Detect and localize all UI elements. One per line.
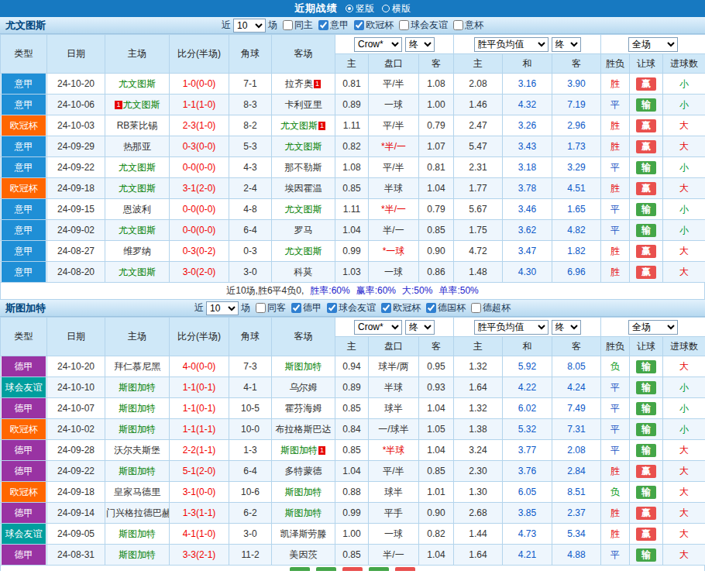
- fullmatch-select[interactable]: 全场: [628, 320, 678, 335]
- filter-option-球会友谊[interactable]: 球会友谊: [327, 301, 376, 315]
- team-name[interactable]: RB莱比锡: [117, 120, 158, 131]
- team-name[interactable]: 斯图加特: [285, 507, 322, 518]
- filter-option-同主[interactable]: 同主: [283, 19, 313, 32]
- team-name[interactable]: 热那亚: [123, 141, 151, 152]
- score-cell[interactable]: 5-1(2-0): [170, 461, 229, 482]
- team-name[interactable]: 尤文图斯: [285, 141, 322, 152]
- checkbox-球会友谊[interactable]: [399, 20, 409, 30]
- team-name[interactable]: 斯图加特: [119, 466, 156, 476]
- handicap-result-badge: 赢: [636, 140, 656, 153]
- checkbox-意杯[interactable]: [453, 20, 463, 30]
- score-cell[interactable]: 3-1(2-0): [170, 178, 229, 199]
- score-cell[interactable]: 3-1(0-0): [170, 482, 229, 503]
- score-cell[interactable]: 2-3(1-0): [170, 115, 229, 136]
- filter-option-德甲[interactable]: 德甲: [291, 301, 322, 315]
- team-name[interactable]: 乌尔姆: [290, 382, 318, 393]
- checkbox-意甲[interactable]: [318, 20, 328, 30]
- team-name[interactable]: 凯泽斯劳滕: [280, 528, 327, 539]
- team-name[interactable]: 沃尔夫斯堡: [114, 445, 160, 456]
- bookmaker-select[interactable]: Crow*: [354, 320, 402, 335]
- team-name[interactable]: 拉齐奥: [285, 78, 313, 89]
- checkbox-欧冠杯[interactable]: [381, 303, 391, 313]
- fullmatch-select[interactable]: 全场: [628, 37, 678, 52]
- team-name[interactable]: 尤文图斯: [285, 204, 322, 215]
- score-cell[interactable]: 1-3(1-1): [170, 503, 229, 524]
- team-name[interactable]: 卡利亚里: [285, 99, 322, 110]
- team-name[interactable]: 维罗纳: [123, 246, 151, 256]
- filter-option-德超杯[interactable]: 德超杯: [471, 301, 511, 315]
- final-odds-select[interactable]: 终: [405, 37, 435, 52]
- score-cell[interactable]: 3-3(2-1): [170, 545, 229, 566]
- score-cell[interactable]: 2-2(1-1): [170, 440, 229, 461]
- filter-option-欧冠杯[interactable]: 欧冠杯: [381, 301, 421, 315]
- team-name[interactable]: 拜仁慕尼黑: [114, 361, 160, 372]
- team-name[interactable]: 尤文图斯: [119, 225, 156, 236]
- near-count-select[interactable]: 10: [233, 19, 266, 33]
- score-cell[interactable]: 3-0(2-0): [170, 262, 229, 283]
- checkbox-德甲[interactable]: [291, 303, 301, 313]
- team-name[interactable]: 斯图加特: [280, 445, 318, 456]
- team-name[interactable]: 斯图加特: [119, 403, 156, 414]
- checkbox-欧冠杯[interactable]: [354, 20, 364, 30]
- team-name[interactable]: 美因茨: [290, 549, 318, 560]
- team-name[interactable]: 霍芬海姆: [285, 403, 322, 414]
- filter-option-同客[interactable]: 同客: [256, 301, 286, 315]
- filter-option-球会友谊[interactable]: 球会友谊: [399, 19, 448, 32]
- final-europe-select[interactable]: 终: [552, 320, 581, 335]
- score-cell[interactable]: 1-0(0-0): [170, 74, 229, 95]
- final-europe-select[interactable]: 终: [552, 37, 581, 52]
- bookmaker-select[interactable]: Crow*: [354, 37, 402, 52]
- team-name[interactable]: 斯图加特: [119, 528, 156, 539]
- filter-option-意杯[interactable]: 意杯: [453, 19, 483, 32]
- europe-avg-select[interactable]: 胜平负均值: [474, 320, 549, 335]
- team-name[interactable]: 斯图加特: [285, 487, 322, 497]
- team-name[interactable]: 斯图加特: [285, 361, 322, 372]
- near-count-select[interactable]: 10: [206, 301, 239, 315]
- team-name[interactable]: 斯图加特: [119, 382, 156, 393]
- score-cell[interactable]: 0-0(0-0): [170, 220, 229, 241]
- checkbox-球会友谊[interactable]: [327, 303, 337, 313]
- team-name[interactable]: 尤文图斯: [119, 266, 156, 277]
- score-cell[interactable]: 0-0(0-0): [170, 157, 229, 178]
- europe-avg-select[interactable]: 胜平负均值: [474, 37, 549, 52]
- team-name[interactable]: 尤文图斯: [123, 99, 160, 110]
- team-name[interactable]: 尤文图斯: [280, 120, 318, 131]
- asian-home-odds: 1.08: [335, 157, 369, 178]
- score-cell[interactable]: 1-1(0-1): [170, 377, 229, 398]
- team-name[interactable]: 尤文图斯: [285, 246, 322, 256]
- team-name[interactable]: 多特蒙德: [285, 466, 322, 476]
- filter-option-德国杯[interactable]: 德国杯: [426, 301, 466, 315]
- team-name[interactable]: 斯图加特: [119, 424, 156, 435]
- score-cell[interactable]: 4-0(0-0): [170, 356, 229, 377]
- filter-option-意甲[interactable]: 意甲: [318, 19, 349, 32]
- filter-option-欧冠杯[interactable]: 欧冠杯: [354, 19, 394, 32]
- team-name[interactable]: 斯图加特: [119, 549, 156, 560]
- final-odds-select[interactable]: 终: [405, 320, 435, 335]
- score-cell[interactable]: 1-1(1-1): [170, 419, 229, 440]
- team-name[interactable]: 科莫: [294, 266, 313, 277]
- score-cell[interactable]: 1-1(0-1): [170, 398, 229, 419]
- team-name[interactable]: 恩波利: [123, 204, 151, 215]
- team-name[interactable]: 尤文图斯: [119, 183, 156, 194]
- score-cell[interactable]: 1-1(1-0): [170, 95, 229, 115]
- checkbox-同主[interactable]: [283, 20, 293, 30]
- checkbox-德超杯[interactable]: [471, 303, 481, 313]
- layout-radio-horizontal[interactable]: 横版: [382, 2, 411, 15]
- team-name[interactable]: 布拉格斯巴达: [276, 424, 332, 435]
- radio-selected-icon[interactable]: [346, 5, 353, 12]
- score-cell[interactable]: 0-3(0-2): [170, 241, 229, 262]
- team-name[interactable]: 那不勒斯: [285, 162, 322, 173]
- team-name[interactable]: 尤文图斯: [119, 78, 156, 89]
- team-name[interactable]: 尤文图斯: [119, 162, 156, 173]
- checkbox-同客[interactable]: [256, 303, 266, 313]
- score-cell[interactable]: 4-1(1-0): [170, 524, 229, 545]
- score-cell[interactable]: 0-3(0-0): [170, 136, 229, 157]
- team-name[interactable]: 埃因霍温: [285, 183, 322, 194]
- checkbox-德国杯[interactable]: [426, 303, 436, 313]
- layout-radio-vertical[interactable]: 竖版: [346, 2, 374, 15]
- team-name[interactable]: 罗马: [294, 225, 313, 236]
- team-name[interactable]: 皇家马德里: [114, 487, 160, 497]
- team-name[interactable]: 门兴格拉德巴赫: [106, 507, 170, 518]
- score-cell[interactable]: 0-0(0-0): [170, 199, 229, 220]
- radio-unselected-icon[interactable]: [382, 5, 390, 12]
